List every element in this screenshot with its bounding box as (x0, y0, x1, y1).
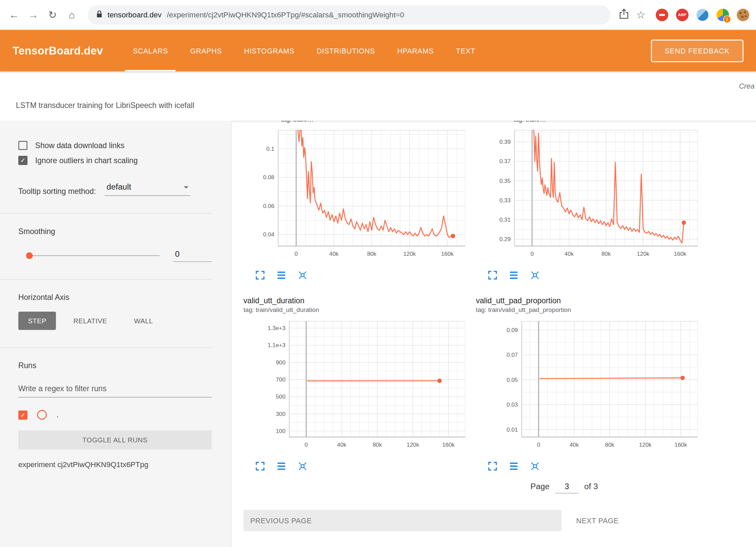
ignore-outliers-label: Ignore outliers in chart scaling (35, 156, 138, 165)
smoothing-value-input[interactable] (173, 249, 212, 262)
page-label: Page (530, 482, 549, 491)
back-icon[interactable]: ← (7, 9, 21, 21)
toggle-data-icon[interactable] (276, 270, 286, 280)
chevron-down-icon (184, 186, 188, 189)
x-tick-label: 40k (564, 250, 574, 257)
line-chart[interactable]: 040k80k120k160k0.290.310.330.350.370.39 (476, 124, 698, 264)
previous-page-button[interactable]: PREVIOUS PAGE (244, 510, 562, 531)
tab-text[interactable]: TEXT (456, 30, 475, 71)
y-tick-label: 0.03 (507, 401, 518, 408)
x-tick-label: 0 (537, 441, 540, 448)
home-icon[interactable]: ⌂ (65, 9, 79, 21)
page-number-input[interactable] (555, 482, 579, 494)
share-icon[interactable] (619, 8, 629, 21)
blue-extension-icon[interactable] (696, 8, 709, 21)
tooltip-sorting-dropdown[interactable]: default (105, 182, 191, 196)
toggle-data-icon[interactable] (509, 270, 519, 280)
reload-icon[interactable]: ↻ (45, 9, 60, 21)
tab-histograms[interactable]: HISTOGRAMS (244, 30, 294, 71)
x-tick-label: 40k (570, 441, 579, 448)
clipped-chart-header: tag: train/… (281, 121, 465, 125)
chart-title: valid_utt_duration (244, 297, 466, 305)
y-tick-label: 900 (276, 359, 285, 366)
fit-domain-icon[interactable] (530, 461, 540, 471)
y-tick-label: 0.04 (263, 231, 274, 238)
toggle-data-icon[interactable] (509, 461, 519, 471)
x-tick-label: 80k (373, 441, 382, 448)
divider (0, 279, 212, 280)
y-tick-label: 0.05 (507, 376, 518, 383)
tooltip-sorting-label: Tooltip sorting method: (18, 187, 96, 196)
forward-icon[interactable]: → (26, 9, 40, 21)
send-feedback-button[interactable]: SEND FEEDBACK (651, 39, 744, 62)
x-tick-label: 0 (294, 250, 298, 257)
tab-scalars[interactable]: SCALARS (133, 30, 168, 71)
x-tick-label: 160k (674, 250, 686, 257)
toggle-all-runs-button[interactable]: TOGGLE ALL RUNS (18, 430, 212, 450)
brand[interactable]: TensorBoard.dev (13, 44, 103, 57)
axis-step-button[interactable]: STEP (18, 312, 56, 330)
next-page-button[interactable]: NEXT PAGE (573, 516, 621, 525)
axis-wall-button[interactable]: WALL (124, 312, 162, 330)
expand-chart-icon[interactable] (488, 461, 498, 471)
tooltip-sorting-value: default (107, 182, 131, 191)
blocker-extension-icon[interactable] (656, 8, 668, 21)
x-tick-label: 40k (329, 250, 339, 257)
bookmark-star-icon[interactable]: ☆ (634, 9, 648, 21)
divider (0, 213, 212, 214)
run-checkbox[interactable] (18, 410, 27, 419)
tab-hparams[interactable]: HPARAMS (397, 30, 433, 71)
chart-tag: tag: train/valid_utt_pad_proportion (476, 306, 698, 314)
pagination: Page of 3 (530, 482, 756, 494)
y-tick-label: 0.31 (499, 216, 511, 223)
chart-tag: tag: train/valid_utt_duration (244, 306, 466, 314)
run-row: . (18, 410, 212, 420)
clipped-chart-header: tag: train/… (513, 121, 698, 125)
lock-icon (97, 10, 102, 20)
sub-header: Crea LSTM transducer training for LibriS… (0, 72, 756, 121)
chart-toolbar (488, 270, 698, 280)
divider (0, 347, 212, 348)
horizontal-axis-label: Horizontal Axis (18, 293, 212, 302)
smoothing-label: Smoothing (18, 227, 212, 236)
ignore-outliers-checkbox[interactable] (18, 156, 27, 165)
smoothing-slider[interactable] (27, 255, 160, 256)
content-area: Show data download links Ignore outliers… (0, 121, 756, 547)
y-tick-label: 0.1 (266, 145, 274, 152)
line-chart[interactable]: 040k80k120k160k0.040.060.080.1 (244, 124, 466, 264)
fit-domain-icon[interactable] (297, 270, 307, 280)
y-tick-label: 0.39 (499, 138, 511, 145)
chart-title: valid_utt_pad_proportion (476, 297, 698, 305)
chart-card: tag: train/…040k80k120k160k0.040.060.080… (244, 121, 466, 281)
runs-regex-input[interactable] (18, 382, 212, 398)
axis-relative-button[interactable]: RELATIVE (64, 312, 117, 330)
smoothing-slider-thumb[interactable] (26, 252, 33, 259)
y-tick-label: 0.35 (499, 178, 511, 184)
y-tick-label: 100 (276, 428, 285, 434)
clipped-right-text: Crea (739, 82, 755, 90)
tab-graphs[interactable]: GRAPHS (190, 30, 222, 71)
run-color-swatch (37, 410, 47, 420)
show-download-links-checkbox[interactable] (18, 141, 27, 150)
fit-domain-icon[interactable] (530, 270, 540, 280)
line-chart[interactable]: 040k80k120k160k0.010.030.050.070.09 (476, 316, 698, 455)
runs-label: Runs (18, 361, 212, 370)
url-path: /experiment/cj2vtPiwQHKN9Q1tx6PTpg/#scal… (167, 10, 404, 19)
address-bar[interactable]: tensorboard.dev/experiment/cj2vtPiwQHKN9… (88, 5, 611, 24)
page-total-label: of 3 (584, 482, 598, 491)
expand-chart-icon[interactable] (255, 461, 265, 471)
line-chart[interactable]: 040k80k120k160k1003005007009001.1e+31.3e… (244, 316, 466, 455)
y-tick-label: 1.1e+3 (268, 342, 285, 348)
series-endpoint-dot (437, 378, 442, 383)
y-tick-label: 0.37 (499, 158, 511, 165)
profile-extension-icon[interactable]: 1 (717, 8, 729, 21)
y-tick-label: 700 (276, 376, 285, 383)
fit-domain-icon[interactable] (297, 461, 307, 471)
abp-extension-icon[interactable]: ABP (676, 8, 689, 21)
expand-chart-icon[interactable] (255, 270, 265, 280)
chart-card: tag: train/…040k80k120k160k0.290.310.330… (476, 121, 698, 281)
toggle-data-icon[interactable] (276, 461, 286, 471)
tab-distributions[interactable]: DISTRIBUTIONS (317, 30, 375, 71)
cookie-extension-icon[interactable] (737, 8, 749, 21)
expand-chart-icon[interactable] (488, 270, 498, 280)
